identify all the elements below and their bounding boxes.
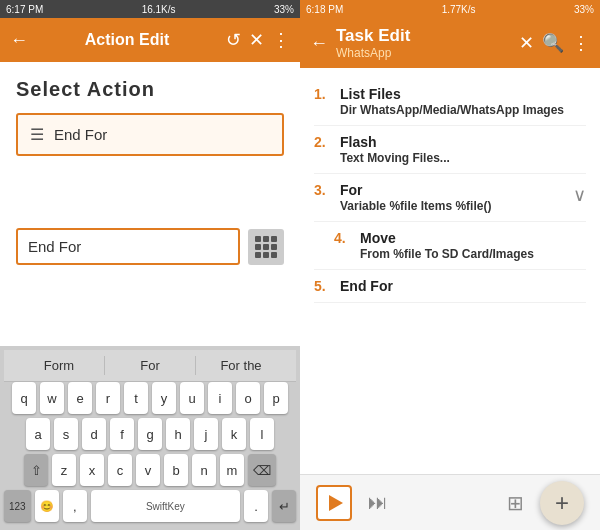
task-detail-2: Text Moving Files... bbox=[340, 151, 586, 165]
key-backspace[interactable]: ⌫ bbox=[248, 454, 276, 486]
left-content: Select Action ☰ End For bbox=[0, 62, 300, 346]
search-row bbox=[16, 228, 284, 265]
key-n[interactable]: n bbox=[192, 454, 216, 486]
right-toolbar-text: Task Edit WhatsApp bbox=[336, 26, 511, 60]
list-icon: ☰ bbox=[30, 125, 44, 144]
refresh-icon[interactable]: ↺ bbox=[226, 29, 241, 51]
key-123[interactable]: 123 bbox=[4, 490, 31, 522]
left-network: 16.1K/s bbox=[142, 4, 176, 15]
chevron-down-icon-3: ∨ bbox=[573, 182, 586, 206]
suggestion-for-the[interactable]: For the bbox=[196, 356, 286, 375]
task-body-2: Flash Text Moving Files... bbox=[340, 134, 586, 165]
task-item-4[interactable]: 4. Move From %file To SD Card/Images bbox=[314, 222, 586, 270]
key-y[interactable]: y bbox=[152, 382, 176, 414]
key-z[interactable]: z bbox=[52, 454, 76, 486]
key-g[interactable]: g bbox=[138, 418, 162, 450]
right-content: 1. List Files Dir WhatsApp/Media/WhatsAp… bbox=[300, 68, 600, 474]
key-d[interactable]: d bbox=[82, 418, 106, 450]
key-w[interactable]: w bbox=[40, 382, 64, 414]
key-t[interactable]: t bbox=[124, 382, 148, 414]
key-l[interactable]: l bbox=[250, 418, 274, 450]
task-item-2[interactable]: 2. Flash Text Moving Files... bbox=[314, 126, 586, 174]
suggestion-for[interactable]: For bbox=[105, 356, 196, 375]
task-number-1: 1. bbox=[314, 86, 332, 102]
search-input[interactable] bbox=[16, 228, 240, 265]
key-h[interactable]: h bbox=[166, 418, 190, 450]
task-detail-bold-4: %file bbox=[393, 247, 421, 261]
key-emoji[interactable]: 😊 bbox=[35, 490, 59, 522]
back-icon[interactable]: ← bbox=[10, 30, 28, 51]
task-name-2: Flash bbox=[340, 134, 586, 150]
key-m[interactable]: m bbox=[220, 454, 244, 486]
key-f[interactable]: f bbox=[110, 418, 134, 450]
key-space[interactable]: SwiftKey bbox=[91, 490, 240, 522]
task-detail-suffix-3: Items %file() bbox=[417, 199, 491, 213]
key-x[interactable]: x bbox=[80, 454, 104, 486]
task-number-4: 4. bbox=[334, 230, 352, 246]
right-toolbar: ← Task Edit WhatsApp ✕ 🔍 ⋮ bbox=[300, 18, 600, 68]
task-body-3: For Variable %file Items %file() bbox=[340, 182, 565, 213]
task-number-2: 2. bbox=[314, 134, 332, 150]
task-detail-bold-1: WhatsApp/Media/WhatsApp Images bbox=[360, 103, 564, 117]
task-number-3: 3. bbox=[314, 182, 332, 198]
left-panel: 6:17 PM 16.1K/s 33% ← Action Edit ↺ ✕ ⋮ … bbox=[0, 0, 300, 530]
key-s[interactable]: s bbox=[54, 418, 78, 450]
task-detail-1: Dir WhatsApp/Media/WhatsApp Images bbox=[340, 103, 586, 117]
key-u[interactable]: u bbox=[180, 382, 204, 414]
right-panel: 6:18 PM 1.77K/s 33% ← Task Edit WhatsApp… bbox=[300, 0, 600, 530]
skip-button[interactable]: ⏭ bbox=[368, 491, 388, 514]
right-search-icon[interactable]: 🔍 bbox=[542, 32, 564, 54]
task-body-4: Move From %file To SD Card/Images bbox=[360, 230, 586, 261]
right-battery: 33% bbox=[574, 4, 594, 15]
left-time: 6:17 PM bbox=[6, 4, 43, 15]
key-enter[interactable]: ↵ bbox=[272, 490, 296, 522]
key-i[interactable]: i bbox=[208, 382, 232, 414]
right-more-icon[interactable]: ⋮ bbox=[572, 32, 590, 54]
key-row-4: 123 😊 , SwiftKey . ↵ bbox=[4, 490, 296, 522]
right-close-icon[interactable]: ✕ bbox=[519, 32, 534, 54]
fab-add-button[interactable]: + bbox=[540, 481, 584, 525]
task-name-3: For bbox=[340, 182, 565, 198]
right-status-bar: 6:18 PM 1.77K/s 33% bbox=[300, 0, 600, 18]
task-edit-subtitle: WhatsApp bbox=[336, 46, 511, 60]
grid-view-button[interactable] bbox=[248, 229, 284, 265]
key-k[interactable]: k bbox=[222, 418, 246, 450]
right-time: 6:18 PM bbox=[306, 4, 343, 15]
play-button[interactable] bbox=[316, 485, 352, 521]
more-icon[interactable]: ⋮ bbox=[272, 29, 290, 51]
suggestion-form[interactable]: Form bbox=[14, 356, 105, 375]
key-c[interactable]: c bbox=[108, 454, 132, 486]
task-name-4: Move bbox=[360, 230, 586, 246]
task-detail-3: Variable %file Items %file() bbox=[340, 199, 565, 213]
task-item-1[interactable]: 1. List Files Dir WhatsApp/Media/WhatsAp… bbox=[314, 78, 586, 126]
key-p[interactable]: p bbox=[264, 382, 288, 414]
key-a[interactable]: a bbox=[26, 418, 50, 450]
action-edit-title: Action Edit bbox=[36, 31, 218, 49]
task-detail-prefix-1: Dir bbox=[340, 103, 360, 117]
key-b[interactable]: b bbox=[164, 454, 188, 486]
action-selected-box[interactable]: ☰ End For bbox=[16, 113, 284, 156]
key-j[interactable]: j bbox=[194, 418, 218, 450]
key-v[interactable]: v bbox=[136, 454, 160, 486]
key-r[interactable]: r bbox=[96, 382, 120, 414]
task-detail-prefix-3: Variable bbox=[340, 199, 389, 213]
close-icon[interactable]: ✕ bbox=[249, 29, 264, 51]
key-comma[interactable]: , bbox=[63, 490, 87, 522]
task-name-5: End For bbox=[340, 278, 586, 294]
key-o[interactable]: o bbox=[236, 382, 260, 414]
key-period[interactable]: . bbox=[244, 490, 268, 522]
key-e[interactable]: e bbox=[68, 382, 92, 414]
task-detail-4: From %file To SD Card/Images bbox=[360, 247, 586, 261]
right-back-icon[interactable]: ← bbox=[310, 33, 328, 54]
grid-view-button-bottom[interactable]: ⊞ bbox=[507, 491, 524, 515]
key-shift[interactable]: ⇧ bbox=[24, 454, 48, 486]
task-item-3[interactable]: 3. For Variable %file Items %file() ∨ bbox=[314, 174, 586, 222]
task-item-5[interactable]: 5. End For bbox=[314, 270, 586, 303]
left-toolbar: ← Action Edit ↺ ✕ ⋮ bbox=[0, 18, 300, 62]
task-number-5: 5. bbox=[314, 278, 332, 294]
task-body-5: End For bbox=[340, 278, 586, 294]
task-detail-prefix-2: Text bbox=[340, 151, 367, 165]
key-row-1: q w e r t y u i o p bbox=[4, 382, 296, 414]
key-q[interactable]: q bbox=[12, 382, 36, 414]
task-detail-bold-3: %file bbox=[389, 199, 417, 213]
